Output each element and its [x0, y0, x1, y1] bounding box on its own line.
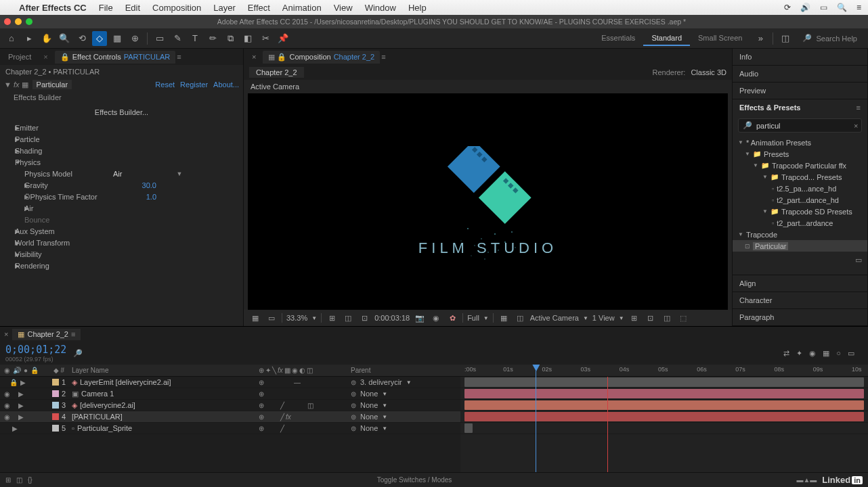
ep-t25[interactable]: ▫t2.5_pa...ance_hd [733, 183, 867, 194]
fx-group-rendering[interactable]: ▶Rendering [0, 260, 243, 271]
ep-anim-presets[interactable]: ▼* Animation Presets [733, 137, 867, 148]
workspace-small-screen[interactable]: Small Screen [690, 31, 750, 46]
menu-layer[interactable]: Layer [213, 3, 236, 13]
roto-tool[interactable]: ✂ [258, 31, 273, 46]
home-tool[interactable]: ⌂ [4, 31, 19, 46]
pen-tool[interactable]: ✎ [170, 31, 185, 46]
vc-cam-dropdown[interactable]: ▼ [583, 315, 588, 321]
selection-tool[interactable]: ▸ [22, 31, 37, 46]
renderer-value[interactable]: Classic 3D [691, 68, 726, 76]
search-help[interactable]: 🔎 Search Help [802, 34, 857, 43]
vc-opt4-icon[interactable]: ⬚ [677, 312, 689, 324]
brush-tool[interactable]: ✏ [205, 31, 220, 46]
panel-menu-icon[interactable]: ≡ [177, 53, 181, 61]
vc-snapshot-icon[interactable]: 📷 [414, 312, 426, 324]
timeline-tab[interactable]: ▦ Chapter 2_2 ≡ [12, 329, 81, 340]
current-timecode[interactable]: 0;00;01;22 [5, 344, 66, 356]
vc-3d-icon[interactable]: ◫ [514, 312, 526, 324]
vc-timecode[interactable]: 0:00:03:18 [374, 314, 410, 322]
minimize-window-button[interactable] [15, 18, 22, 25]
battery-icon[interactable]: ▭ [820, 3, 827, 12]
tl-footer-icon1[interactable]: ⊞ [5, 476, 11, 484]
menu-file[interactable]: File [99, 3, 113, 13]
workspace-menu[interactable]: » [753, 31, 768, 46]
marker-line[interactable] [607, 377, 608, 472]
panel-preview[interactable]: Preview [733, 83, 867, 99]
fx-group-particle[interactable]: ▶Particle [0, 133, 243, 145]
fx-builder-button[interactable]: Effects Builder... [0, 104, 243, 120]
vc-grid-icon[interactable]: ▭ [265, 312, 278, 324]
fx-group-aux[interactable]: ▶Aux System [0, 225, 243, 237]
panel-audio[interactable]: Audio [733, 66, 867, 82]
lock-icon[interactable]: 🔒 [9, 379, 18, 386]
layer-bar-5[interactable] [464, 423, 473, 433]
fx-physics-time-factor[interactable]: ▶Ö Physics Time Factor1.0 [0, 191, 243, 202]
menu-effect[interactable]: Effect [248, 3, 270, 13]
tl-shy-icon[interactable]: ⇄ [783, 349, 789, 358]
layer-bar-1[interactable] [464, 377, 864, 387]
vc-roi-icon[interactable]: ⊡ [358, 312, 370, 324]
workspace-essentials[interactable]: Essentials [593, 31, 643, 46]
tl-search-icon[interactable]: 🔎 [73, 349, 83, 358]
tl-fx-icon[interactable]: ✦ [796, 349, 802, 358]
close-window-button[interactable] [4, 18, 11, 25]
fx-group-visibility[interactable]: ▶Visibility [0, 248, 243, 260]
tl-zoom-slider[interactable]: ▬▲▬ [796, 476, 817, 484]
playhead[interactable] [536, 365, 536, 472]
fx-about-link[interactable]: About... [213, 80, 239, 89]
tl-snap-icon[interactable]: ▭ [848, 349, 854, 358]
ep-t2b[interactable]: ▫t2_part...ardance [733, 217, 867, 229]
cc-libraries-icon[interactable]: ◫ [778, 31, 793, 46]
ep-tp-presets[interactable]: ▼📁Trapcod... Presets [733, 171, 867, 183]
eye-icon[interactable]: ◉ [4, 390, 10, 398]
tl-mb-icon[interactable]: ◉ [809, 349, 816, 358]
vc-color-icon[interactable]: ✿ [446, 312, 458, 324]
ep-particular[interactable]: ⊡Particular [733, 240, 867, 252]
fx-toggle-icon[interactable]: ▼ fx ▦ [4, 80, 28, 89]
orbit-tool[interactable]: ⟲ [74, 31, 89, 46]
toggle-switches-button[interactable]: Toggle Switches / Modes [38, 476, 791, 484]
fx-bounce[interactable]: Bounce [0, 214, 243, 225]
vc-view-dropdown[interactable]: ▼ [619, 315, 624, 321]
pan-behind-tool[interactable]: ⊕ [127, 31, 142, 46]
menu-edit[interactable]: Edit [125, 3, 140, 13]
col-layer-name[interactable]: Layer Name [69, 367, 259, 374]
fx-group-shading[interactable]: ▶Shading [0, 145, 243, 156]
fx-group-physics[interactable]: ▼Physics [0, 156, 243, 168]
fx-group-world[interactable]: ▶World Transform [0, 237, 243, 248]
vc-zoom[interactable]: 33.3% [286, 314, 307, 322]
type-tool[interactable]: T [188, 31, 202, 46]
eye-icon[interactable]: ◉ [4, 402, 10, 409]
vc-camera[interactable]: Active Camera [530, 314, 579, 322]
search-icon[interactable]: 🔍 [837, 3, 847, 12]
clear-search-icon[interactable]: × [854, 122, 858, 130]
menu-window[interactable]: Window [365, 3, 396, 13]
layer-row-5[interactable]: ▶ 5 ▫Particular_Sprite ⊕╱ ⊚None▼ [0, 423, 460, 434]
ep-search[interactable]: 🔎 × [738, 118, 862, 133]
tab-project[interactable]: Project [3, 51, 37, 63]
maximize-window-button[interactable] [26, 18, 32, 25]
layer-row-3[interactable]: ◉▶ 3 ◈[deliverycine2.ai] ⊕╱◫ ⊚None▼ [0, 400, 460, 411]
panel-character[interactable]: Character [733, 292, 867, 308]
rect-tool[interactable]: ▭ [152, 31, 167, 46]
comp-panel-menu[interactable]: ≡ [381, 53, 385, 61]
menu-composition[interactable]: Composition [152, 3, 201, 13]
menu-view[interactable]: View [334, 3, 353, 13]
zoom-tool[interactable]: 🔍 [57, 31, 72, 46]
comp-subtab[interactable]: Chapter 2_2 [249, 67, 304, 78]
vc-res-icon[interactable]: ⊞ [326, 312, 338, 324]
hand-tool[interactable]: ✋ [39, 31, 54, 46]
layer-row-1[interactable]: 🔒▶ 1 ◈LayerEmit [deliverycine2.ai] ⊕— ⊚3… [0, 377, 460, 388]
vc-opt2-icon[interactable]: ⊡ [645, 312, 657, 324]
menu-help[interactable]: Help [408, 3, 427, 13]
fx-group-emitter[interactable]: ▶Emitter [0, 122, 243, 133]
tl-draft-icon[interactable]: ○ [836, 349, 841, 358]
ep-tp-ffx[interactable]: ▼📁Trapcode Particular ffx [733, 160, 867, 171]
layer-row-2[interactable]: ◉▶ 2 ▣Camera 1 ⊕ ⊚None▼ [0, 388, 460, 400]
vc-trans-icon[interactable]: ▦ [498, 312, 510, 324]
fx-physics-model[interactable]: Physics ModelAir▼ [0, 168, 243, 179]
vc-zoom-dropdown[interactable]: ▼ [311, 315, 317, 321]
panel-align[interactable]: Align [733, 275, 867, 292]
ep-new-bin-icon[interactable]: ▭ [855, 256, 862, 264]
clone-tool[interactable]: ⧉ [223, 31, 238, 46]
